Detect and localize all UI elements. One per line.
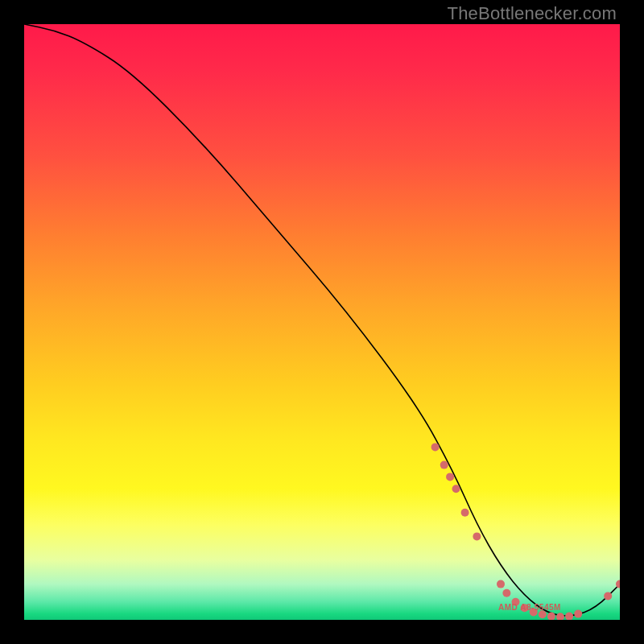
chart-svg: [24, 24, 620, 620]
marker-dot: [574, 610, 582, 618]
plot-area: AMD A8-5545M: [24, 24, 620, 620]
marker-dot: [556, 613, 564, 620]
marker-dot: [547, 613, 555, 620]
series-annotation: AMD A8-5545M: [498, 603, 561, 612]
curve-markers: [431, 443, 620, 620]
marker-dot: [452, 485, 460, 493]
marker-dot: [565, 613, 573, 620]
marker-dot: [446, 473, 454, 481]
marker-dot: [502, 589, 510, 597]
marker-dot: [473, 532, 481, 540]
bottleneck-curve-group: [24, 24, 620, 620]
marker-dot: [440, 461, 448, 469]
attribution-label: TheBottlenecker.com: [448, 3, 617, 24]
marker-dot: [497, 580, 505, 588]
marker-dot: [604, 592, 612, 600]
chart-canvas: AMD A8-5545M TheBottlenecker.com: [0, 0, 644, 644]
bottleneck-curve-line: [24, 24, 620, 616]
marker-dot: [461, 509, 469, 517]
marker-dot: [431, 443, 440, 451]
